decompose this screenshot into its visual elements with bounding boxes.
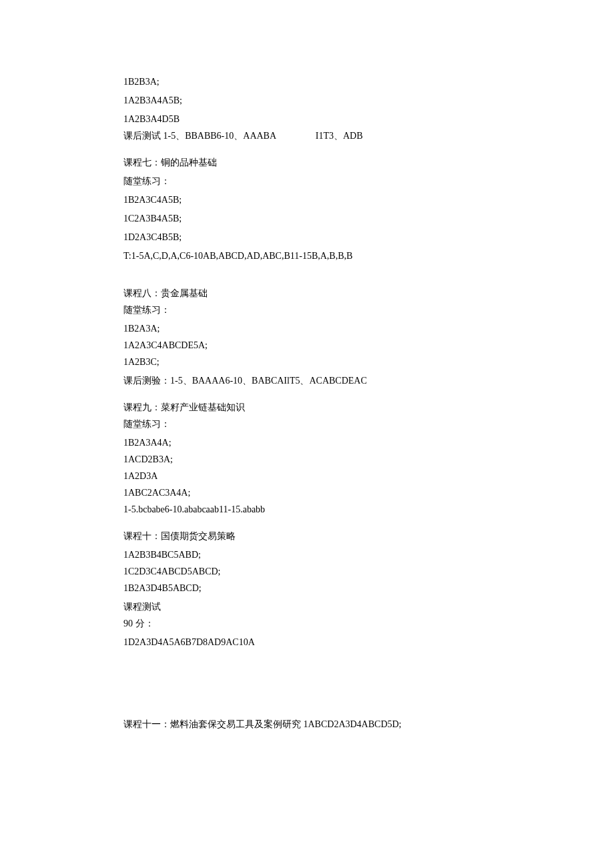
text-line: 1B2A3D4B5ABCD; <box>123 581 497 595</box>
text-line: 1A2B3B4BC5ABD; <box>123 548 497 562</box>
course-title: 课程十：国债期货交易策略 <box>123 529 497 543</box>
text-line: 1B2A3A; <box>123 322 497 336</box>
course-title: 课程八：贵金属基础 <box>123 286 497 300</box>
text-line: 1A2A3C4ABCDE5A; <box>123 338 497 352</box>
text-line: 1ACD2B3A; <box>123 452 497 466</box>
text-line: 1C2D3C4ABCD5ABCD; <box>123 564 497 578</box>
text-line: 1A2B3C; <box>123 355 497 369</box>
text-line: 1B2A3A4A; <box>123 436 497 450</box>
course-title: 课程十一：燃料油套保交易工具及案例研究 1ABCD2A3D4ABCD5D; <box>123 717 497 731</box>
section-subtitle: 随堂练习： <box>123 303 497 317</box>
text-line: 1ABC2AC3A4A; <box>123 486 497 500</box>
text-line: 90 分： <box>123 616 497 630</box>
section-subtitle: 随堂练习： <box>123 174 497 188</box>
text-line: 1B2B3A; <box>123 75 497 89</box>
document-content: 1B2B3A; 1A2B3A4A5B; 1A2B3A4D5B 课后测试 1-5、… <box>123 75 497 736</box>
text-line: 课后测验：1-5、BAAAA6-10、BABCAIlT5、ACABCDEAC <box>123 374 497 388</box>
text-line: 1D2A3C4B5B; <box>123 230 497 244</box>
text-line: 1B2A3C4A5B; <box>123 193 497 207</box>
text-line: 课程测试 <box>123 600 497 614</box>
text-line: 1A2B3A4D5B <box>123 112 497 126</box>
text-line: 1A2D3A <box>123 469 497 483</box>
text-line: T:1-5A,C,D,A,C6-10AB,ABCD,AD,ABC,B11-15B… <box>123 249 497 263</box>
course-title: 课程九：菜籽产业链基础知识 <box>123 400 497 414</box>
section-subtitle: 随堂练习： <box>123 417 497 431</box>
text-line: 1D2A3D4A5A6B7D8AD9AC10A <box>123 635 497 649</box>
course-title: 课程七：铜的品种基础 <box>123 155 497 169</box>
text-line: 1A2B3A4A5B; <box>123 93 497 107</box>
text-line: 课后测试 1-5、BBABB6-10、AAABA I1T3、ADB <box>123 129 497 143</box>
text-line: 1-5.bcbabe6-10.ababcaab11-15.ababb <box>123 502 497 516</box>
text-line: 1C2A3B4A5B; <box>123 211 497 226</box>
